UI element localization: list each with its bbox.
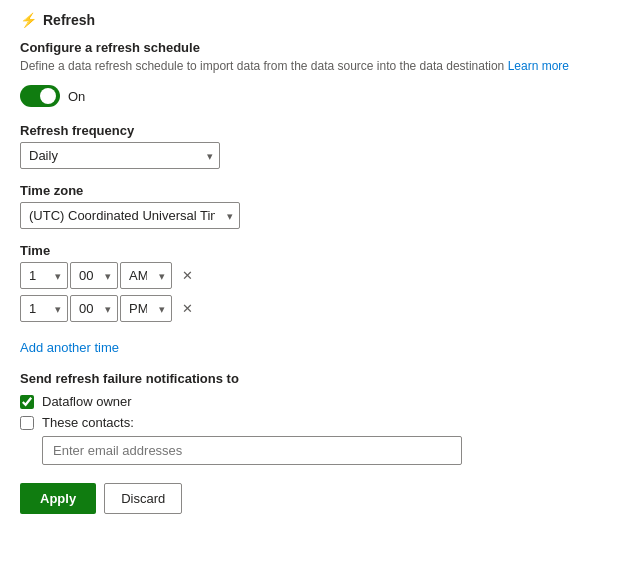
timezone-field: Time zone (UTC) Coordinated Universal Ti… bbox=[20, 183, 597, 229]
description-text: Define a data refresh schedule to import… bbox=[20, 59, 597, 73]
toggle-label: On bbox=[68, 89, 85, 104]
toggle-row: On bbox=[20, 85, 597, 107]
ampm-select-1[interactable]: AMPM bbox=[120, 262, 172, 289]
frequency-select[interactable]: Once a week Daily Hourly bbox=[20, 142, 220, 169]
button-row: Apply Discard bbox=[20, 483, 597, 514]
on-off-toggle[interactable] bbox=[20, 85, 60, 107]
email-input[interactable] bbox=[42, 436, 462, 465]
refresh-icon: ⚡ bbox=[20, 12, 37, 28]
time-label: Time bbox=[20, 243, 597, 258]
dataflow-owner-row: Dataflow owner bbox=[20, 394, 597, 409]
ampm-select-wrapper-1: AMPM bbox=[120, 262, 172, 289]
remove-time-2-button[interactable]: ✕ bbox=[178, 299, 197, 318]
learn-more-link[interactable]: Learn more bbox=[508, 59, 569, 73]
minute-select-wrapper-2: 00153045 bbox=[70, 295, 118, 322]
hour-select-wrapper-2: 1234 5678 9101112 bbox=[20, 295, 68, 322]
add-another-time-link[interactable]: Add another time bbox=[20, 340, 119, 355]
dataflow-owner-label[interactable]: Dataflow owner bbox=[42, 394, 132, 409]
toggle-thumb bbox=[40, 88, 56, 104]
time-field: Time 1234 5678 9101112 00153045 AMPM ✕ 1… bbox=[20, 243, 597, 322]
page-title: Refresh bbox=[43, 12, 95, 28]
frequency-label: Refresh frequency bbox=[20, 123, 597, 138]
frequency-select-wrapper: Once a week Daily Hourly bbox=[20, 142, 220, 169]
these-contacts-checkbox[interactable] bbox=[20, 416, 34, 430]
notifications-label: Send refresh failure notifications to bbox=[20, 371, 597, 386]
hour-select-2[interactable]: 1234 5678 9101112 bbox=[20, 295, 68, 322]
timezone-label: Time zone bbox=[20, 183, 597, 198]
ampm-select-wrapper-2: AMPM bbox=[120, 295, 172, 322]
discard-button[interactable]: Discard bbox=[104, 483, 182, 514]
minute-select-2[interactable]: 00153045 bbox=[70, 295, 118, 322]
time-row-1: 1234 5678 9101112 00153045 AMPM ✕ bbox=[20, 262, 597, 289]
hour-select-1[interactable]: 1234 5678 9101112 bbox=[20, 262, 68, 289]
hour-select-wrapper-1: 1234 5678 9101112 bbox=[20, 262, 68, 289]
ampm-select-2[interactable]: AMPM bbox=[120, 295, 172, 322]
remove-time-1-button[interactable]: ✕ bbox=[178, 266, 197, 285]
timezone-select[interactable]: (UTC) Coordinated Universal Time (UTC-05… bbox=[20, 202, 240, 229]
frequency-field: Refresh frequency Once a week Daily Hour… bbox=[20, 123, 597, 169]
minute-select-wrapper-1: 00153045 bbox=[70, 262, 118, 289]
section-title: Configure a refresh schedule bbox=[20, 40, 597, 55]
apply-button[interactable]: Apply bbox=[20, 483, 96, 514]
dataflow-owner-checkbox[interactable] bbox=[20, 395, 34, 409]
timezone-select-wrapper: (UTC) Coordinated Universal Time (UTC-05… bbox=[20, 202, 240, 229]
minute-select-1[interactable]: 00153045 bbox=[70, 262, 118, 289]
these-contacts-label[interactable]: These contacts: bbox=[42, 415, 134, 430]
page-header: ⚡ Refresh bbox=[20, 12, 597, 28]
time-row-2: 1234 5678 9101112 00153045 AMPM ✕ bbox=[20, 295, 597, 322]
these-contacts-row: These contacts: bbox=[20, 415, 597, 430]
